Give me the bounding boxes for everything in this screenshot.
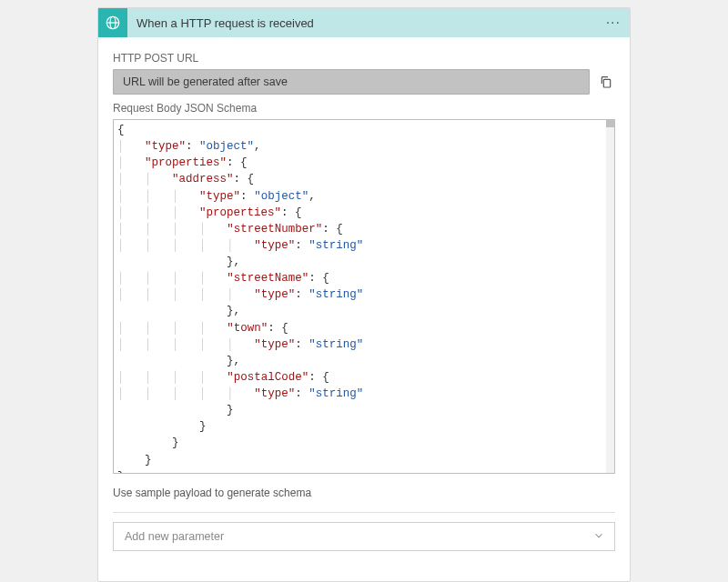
schema-editor[interactable]: { │ "type": "object", │ "properties": { …: [113, 119, 615, 474]
sample-payload-link[interactable]: Use sample payload to generate schema: [113, 487, 615, 499]
scrollbar-track: [606, 120, 614, 473]
url-label: HTTP POST URL: [113, 52, 615, 65]
url-input[interactable]: URL will be generated after save: [113, 69, 590, 95]
more-button[interactable]: ···: [606, 15, 621, 31]
svg-rect-3: [603, 79, 610, 87]
dropdown-placeholder: Add new parameter: [125, 530, 224, 543]
divider: [113, 512, 615, 513]
copy-icon[interactable]: [597, 73, 615, 91]
schema-label: Request Body JSON Schema: [113, 102, 615, 115]
url-row: URL will be generated after save: [113, 69, 615, 95]
card-title: When a HTTP request is received: [136, 16, 314, 30]
card-header[interactable]: When a HTTP request is received ···: [98, 8, 630, 37]
trigger-card: When a HTTP request is received ··· HTTP…: [97, 7, 631, 582]
card-body: HTTP POST URL URL will be generated afte…: [98, 37, 630, 562]
chevron-down-icon: [592, 529, 605, 545]
globe-icon: [98, 8, 127, 37]
add-parameter-dropdown[interactable]: Add new parameter: [113, 522, 615, 551]
scrollbar-thumb[interactable]: [606, 120, 614, 127]
